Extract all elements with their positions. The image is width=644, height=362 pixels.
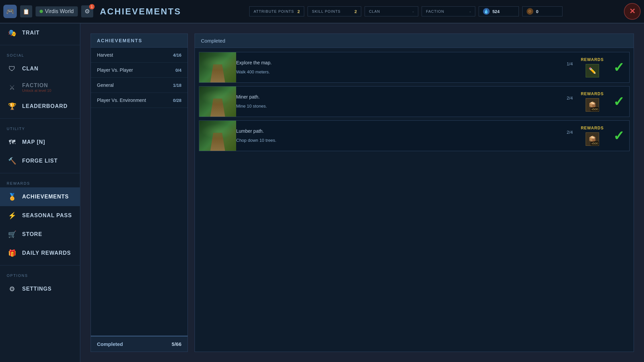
card-lumber-header-row: Lumber path. 2/4 — [236, 128, 576, 136]
card-explore-bg — [199, 52, 236, 82]
card-explore-rewards-label: REWARDS — [581, 57, 604, 62]
lumber-check-icon: ✓ — [608, 128, 629, 143]
clan-dropdown[interactable]: CLAN - — [365, 6, 418, 16]
world-name: Virdis World — [45, 8, 74, 14]
world-tab[interactable]: Virdis World — [36, 6, 78, 16]
faction-unlock-text: Unlock at level 10 — [22, 88, 51, 93]
sidebar-label-settings: SETTINGS — [22, 286, 52, 292]
card-lumber-image — [199, 121, 236, 151]
seasonal-icon: ⚡ — [7, 210, 17, 221]
skill-points-label: SKILL POINTS — [312, 9, 351, 13]
card-lumber-desc: Chop down 10 trees. — [236, 138, 276, 143]
sidebar-label-faction: FACTION — [22, 82, 48, 88]
left-panel-header: ACHIEVEMENTS — [91, 34, 188, 48]
social-section-label: SOCIAL — [0, 48, 80, 59]
card-explore-checkmark: ✓ — [608, 60, 629, 75]
sidebar-label-daily: DAILY REWARDS — [22, 250, 71, 256]
achievement-pve[interactable]: Player Vs. Environment 0/28 — [91, 93, 187, 108]
sidebar-item-settings[interactable]: ⚙ SETTINGS — [0, 280, 80, 298]
card-lumber-info: Lumber path. 2/4 Chop down 10 trees. — [236, 128, 576, 143]
divider-2 — [0, 118, 80, 119]
brown-currency-box: ⚙ 0 — [522, 6, 562, 16]
miner-check-icon: ✓ — [608, 94, 629, 109]
sidebar-item-leaderboard[interactable]: 🏆 LEADERBOARD — [0, 97, 80, 116]
card-explore-image — [199, 52, 236, 82]
daily-icon: 🎁 — [7, 248, 17, 258]
card-lumber-bg — [199, 121, 236, 151]
card-miner-reward-icon: 📦 x500 — [586, 98, 599, 112]
sidebar-item-faction: ⚔ FACTION Unlock at level 10 — [0, 78, 80, 97]
sidebar-item-daily[interactable]: 🎁 DAILY REWARDS — [0, 244, 80, 262]
card-miner-progress: 2/4 — [567, 96, 573, 101]
utility-section-label: UTILITY — [0, 121, 80, 133]
sidebar: 🎭 TRAIT SOCIAL 🛡 CLAN ⚔ FACTION Unlock a… — [0, 23, 80, 362]
sidebar-label-seasonal: SEASONAL PASS — [22, 213, 72, 219]
sidebar-item-store[interactable]: 🛒 STORE — [0, 225, 80, 244]
card-miner-header-row: Miner path. 2/4 — [236, 94, 576, 102]
faction-dropdown[interactable]: FACTION - — [422, 6, 475, 16]
left-panel: ACHIEVEMENTS Harvest 4/16 Player Vs. Pla… — [91, 34, 188, 352]
card-miner-desc: Mine 10 stones. — [236, 104, 267, 109]
brown-currency-value: 0 — [536, 9, 538, 14]
brown-currency-icon: ⚙ — [527, 8, 533, 15]
card-miner-rewards-label: REWARDS — [581, 92, 604, 96]
card-miner-bg — [199, 86, 236, 117]
sidebar-item-seasonal[interactable]: ⚡ SEASONAL PASS — [0, 206, 80, 225]
card-lumber-reward-amount: x500 — [591, 141, 599, 145]
divider-4 — [0, 265, 80, 265]
card-miner-reward-amount: x500 — [591, 107, 599, 111]
main-content: ACHIEVEMENTS Harvest 4/16 Player Vs. Pla… — [80, 23, 644, 362]
right-panel-header: Completed — [195, 34, 634, 48]
sidebar-item-clan[interactable]: 🛡 CLAN — [0, 59, 80, 78]
right-panel: Completed Explore the map. 1/4 Walk 400 … — [195, 34, 634, 352]
general-progress: 1/18 — [173, 83, 181, 88]
card-lumber-title: Lumber path. — [236, 128, 264, 134]
card-explore-desc: Walk 400 meters. — [236, 69, 270, 74]
attribute-points-box: ATTRIBUTE POINTS 2 — [249, 6, 304, 16]
sidebar-item-achievements[interactable]: 🏅 ACHIEVEMENTS — [0, 187, 80, 206]
harvest-name: Harvest — [97, 52, 113, 58]
top-bar-center: ATTRIBUTE POINTS 2 SKILL POINTS 2 CLAN -… — [188, 6, 624, 16]
options-section-label: OPTIONS — [0, 268, 80, 280]
card-lumber[interactable]: Lumber path. 2/4 Chop down 10 trees. REW… — [199, 120, 630, 151]
tab-icon[interactable]: 📋 — [20, 5, 32, 17]
card-explore-reward-symbol: ✏️ — [589, 67, 596, 74]
divider-3 — [0, 173, 80, 173]
achievement-general[interactable]: General 1/18 — [91, 78, 187, 93]
card-miner-middle: Miner path. 2/4 Mine 10 stones. REWARDS … — [236, 88, 629, 115]
card-explore-title: Explore the map. — [236, 60, 272, 65]
card-lumber-progress: 2/4 — [567, 130, 573, 135]
card-miner-title: Miner path. — [236, 94, 260, 100]
gear-button[interactable]: ⚙ 1 — [81, 5, 93, 17]
sidebar-label-clan: CLAN — [22, 66, 38, 72]
attribute-points-value: 2 — [298, 9, 300, 14]
right-panel-content: Explore the map. 1/4 Walk 400 meters. RE… — [195, 48, 634, 352]
clan-value: - — [413, 9, 414, 14]
completed-footer: Completed 5/66 — [91, 336, 188, 352]
page-title: ACHIEVEMENTS — [100, 6, 181, 17]
faction-icon: ⚔ — [7, 82, 17, 93]
card-explore-info: Explore the map. 1/4 Walk 400 meters. — [236, 60, 576, 75]
top-bar-right: ✕ — [624, 3, 641, 20]
card-explore-reward-icon: ✏️ — [586, 64, 599, 77]
sidebar-item-trait[interactable]: 🎭 TRAIT — [0, 23, 80, 42]
completed-label: Completed — [97, 341, 123, 347]
sidebar-item-map[interactable]: 🗺 MAP [N] — [0, 133, 80, 152]
achievement-harvest[interactable]: Harvest 4/16 — [91, 48, 187, 63]
card-miner[interactable]: Miner path. 2/4 Mine 10 stones. REWARDS … — [199, 86, 630, 117]
achievements-icon: 🏅 — [7, 191, 17, 202]
card-explore-header-row: Explore the map. 1/4 — [236, 60, 576, 67]
harvest-progress: 4/16 — [173, 53, 181, 58]
achievement-pvp[interactable]: Player Vs. Player 0/4 — [91, 63, 187, 78]
card-miner-image — [199, 86, 236, 117]
app-icon: 🎮 — [3, 5, 17, 18]
skill-points-box: SKILL POINTS 2 — [308, 6, 361, 16]
blue-currency-box: 💧 524 — [479, 6, 519, 16]
card-explore-middle: Explore the map. 1/4 Walk 400 meters. RE… — [236, 54, 629, 81]
divider-1 — [0, 45, 80, 45]
sidebar-item-forge[interactable]: 🔨 FORGE LIST — [0, 152, 80, 170]
close-button[interactable]: ✕ — [624, 3, 641, 20]
card-explore[interactable]: Explore the map. 1/4 Walk 400 meters. RE… — [199, 52, 630, 83]
skill-points-value: 2 — [355, 9, 357, 14]
top-bar: 🎮 📋 Virdis World ⚙ 1 ACHIEVEMENTS ATTRIB… — [0, 0, 644, 23]
